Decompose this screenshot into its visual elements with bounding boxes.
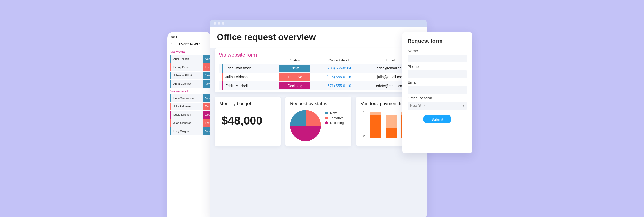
requests-table-card: Via website form Status Contact detail E… [215,48,422,92]
cell-status: New [276,64,314,73]
dashboard-window: Office request overview Via website form… [210,20,427,217]
mobile-section-label: Via referral [167,49,211,55]
requests-table: Status Contact detail Email Erica Waissm… [219,58,418,90]
chevron-down-icon: ▾ [463,104,464,107]
table-header-contact: Contact detail [314,58,363,64]
bar-column [370,112,381,138]
email-input[interactable] [408,86,467,94]
phone-label: Phone [408,64,467,69]
bar-segment [370,112,381,115]
cell-status: Declining [276,81,314,90]
legend-swatch-icon [325,117,328,119]
window-dot-icon [218,22,220,25]
table-header-name [219,58,276,64]
table-row[interactable]: Erica WaissmanNew(209) 555-0104erica@ema… [219,64,418,73]
cell-phone[interactable]: (671) 555-0110 [314,81,363,90]
table-header-status: Status [276,58,314,64]
request-form-card: Request form Name Phone Email Office loc… [402,32,472,153]
list-item[interactable]: Penny ProudTentative [170,63,211,71]
list-item-name: Ariel Pollack [171,57,203,60]
list-item-name: Eddie Mitchell [171,113,203,116]
mobile-screen-title: Event RSVP [170,42,208,46]
list-item[interactable]: Juan CisnerosTentative [170,119,211,127]
list-item[interactable]: Ariel PollackNew [170,55,211,63]
budget-title: Monthly budget [219,101,276,106]
mobile-section-label: Via website form [167,88,211,94]
form-title: Request form [408,38,467,44]
list-item-name: Erica Waissman [171,97,203,100]
cell-name: Julia Feldman [219,73,276,81]
office-label: Office location [408,96,467,100]
list-item[interactable]: Julia FeldmanTentative [170,103,211,110]
table-row[interactable]: Julia FeldmanTentative(316) 555-0116juli… [219,73,418,81]
legend-label: Declining [330,121,344,125]
pie-legend: NewTentativeDeclining [325,110,344,126]
bar-column [386,115,397,138]
list-item-name: Penny Proud [171,66,203,69]
office-select[interactable]: New York ▾ [408,102,467,110]
list-item-name: Julia Feldman [171,105,203,108]
window-chrome [210,20,427,27]
table-row[interactable]: Eddie MitchellDeclining(671) 555-0110edd… [219,81,418,90]
office-select-value: New York [410,104,425,108]
legend-label: New [330,111,337,115]
name-input[interactable] [408,55,467,62]
window-dot-icon [214,22,216,25]
list-item[interactable]: Lucy ColganNew [170,127,211,135]
legend-item: New [325,111,344,115]
status-pie-card: Request by status NewTentativeDeclining [285,97,351,146]
name-label: Name [408,49,467,53]
legend-label: Tentative [330,116,343,120]
list-item-name: Johanna Elliott [171,74,203,77]
cell-phone[interactable]: (316) 555-0116 [314,73,363,81]
cell-status: Tentative [276,73,314,81]
list-item[interactable]: Eddie MitchellDeclining [170,111,211,119]
vendors-y-axis: 40 20 [361,110,366,138]
window-dot-icon [222,22,224,25]
mobile-device: 09:41 ‹ Event RSVP Via referralAriel Pol… [167,32,211,217]
mobile-statusbar-time: 09:41 [167,35,211,41]
legend-item: Tentative [325,116,344,120]
cell-phone[interactable]: (209) 555-0104 [314,64,363,73]
bar-segment [386,128,397,138]
legend-item: Declining [325,121,344,125]
email-label: Email [408,80,467,84]
cell-name: Eddie Mitchell [219,81,276,90]
phone-input[interactable] [408,70,467,78]
legend-swatch-icon [325,112,328,114]
list-item-name: Anna Catmire [171,82,203,85]
list-item-name: Juan Cisneros [171,121,203,125]
list-item[interactable]: Erica WaissmanNew [170,94,211,102]
list-item-name: Lucy Colgan [171,130,203,133]
table-caption: Via website form [219,52,418,58]
cell-name: Erica Waissman [219,64,276,73]
budget-card: Monthly budget $48,000 [215,97,281,146]
list-item[interactable]: Anna CatmireNew [170,80,211,88]
pie-title: Request by status [290,101,347,106]
list-item[interactable]: Johanna ElliottNew [170,72,211,79]
bar-segment [386,115,397,128]
pie-chart [290,110,321,141]
bar-segment [370,115,381,138]
legend-swatch-icon [325,121,328,124]
page-title: Office request overview [217,32,420,42]
budget-amount: $48,000 [219,109,276,127]
submit-button[interactable]: Submit [423,115,451,123]
